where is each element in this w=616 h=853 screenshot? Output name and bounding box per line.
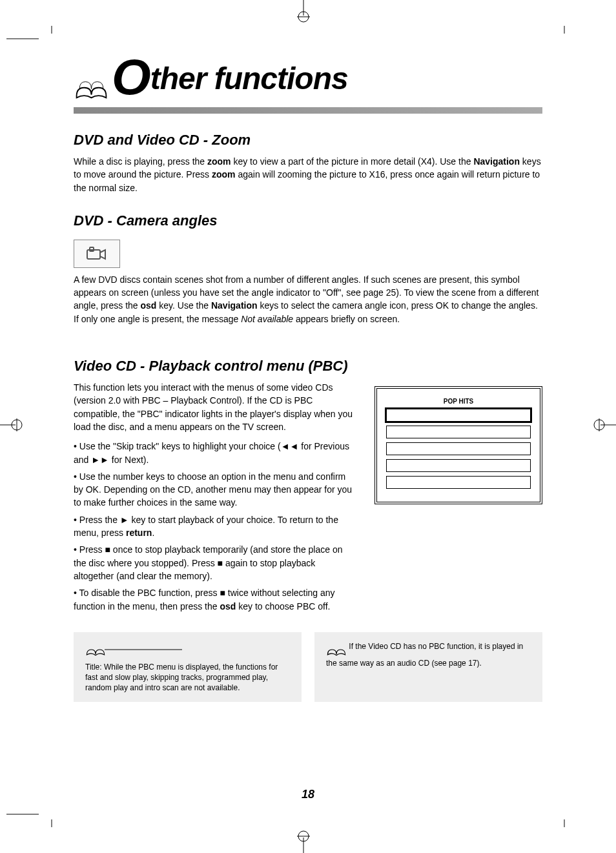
- not-available-text: Not available: [241, 314, 293, 324]
- play-icon: ►: [120, 515, 129, 525]
- stop-icon-3: ■: [220, 588, 225, 598]
- chapter-underline: [74, 107, 542, 114]
- pbc-menu-row-4: [386, 459, 531, 472]
- pbc-bullet-3: • Press the ► key to start playback of y…: [74, 513, 355, 540]
- pbc-menu-row-2: [386, 426, 531, 438]
- pbc-bullet-1: • Use the "Skip track" keys to highlight…: [74, 440, 355, 466]
- pbc-menu-row-5: [386, 476, 531, 489]
- note-block-1: Title: While the PBC menu is displayed, …: [74, 632, 302, 703]
- section-angles-heading: DVD - Camera angles: [74, 212, 542, 229]
- book-icon: [74, 70, 109, 102]
- stop-icon: ■: [105, 544, 110, 555]
- osd-key-label: osd: [141, 300, 157, 311]
- note-block-2: If the Video CD has no PBC function, it …: [314, 632, 542, 703]
- pbc-menu-row-1: [386, 409, 531, 422]
- osd-key-label-2: osd: [220, 601, 236, 611]
- page-number: 18: [0, 788, 616, 801]
- pbc-menu-mock: POP HITS: [375, 386, 542, 504]
- navigation-key-label: Navigation: [473, 156, 520, 167]
- book-note-icon-2: [326, 641, 347, 658]
- pbc-menu-title: POP HITS: [386, 398, 531, 405]
- note-row: Title: While the PBC menu is displayed, …: [74, 632, 542, 703]
- note-2-text: If the Video CD has no PBC function, it …: [326, 642, 523, 668]
- stop-icon-2: ■: [218, 558, 223, 568]
- page-content: Other functions DVD and Video CD - Zoom …: [48, 39, 568, 702]
- camera-angle-icon: [74, 240, 120, 268]
- note-underline-icon: [105, 648, 182, 652]
- zoom-body: While a disc is playing, press the zoom …: [74, 155, 542, 194]
- pbc-bullet-4: • Press ■ once to stop playback temporar…: [74, 543, 355, 582]
- pbc-bullet-5: • To disable the PBC function, press ■ t…: [74, 586, 355, 613]
- chapter-title: Other functions: [112, 52, 348, 102]
- angles-body: A few DVD discs contain scenes shot from…: [74, 273, 542, 325]
- pbc-menu-row-3: [386, 442, 531, 455]
- forward-icon: ►►: [91, 455, 109, 465]
- zoom-key-label: zoom: [207, 156, 231, 167]
- note-1-text: Title: While the PBC menu is displayed, …: [85, 662, 290, 694]
- return-key-label: return: [126, 528, 152, 538]
- section-zoom-heading: DVD and Video CD - Zoom: [74, 132, 542, 149]
- pbc-intro: This function lets you interact with the…: [74, 381, 355, 433]
- pbc-bullet-2: • Use the number keys to choose an optio…: [74, 470, 355, 509]
- book-note-icon: [85, 641, 106, 658]
- chapter-header: Other functions: [74, 52, 542, 102]
- section-pbc-heading: Video CD - Playback control menu (PBC): [74, 358, 542, 375]
- pbc-two-column: This function lets you interact with the…: [74, 381, 542, 613]
- rewind-icon: ◄◄: [281, 441, 299, 451]
